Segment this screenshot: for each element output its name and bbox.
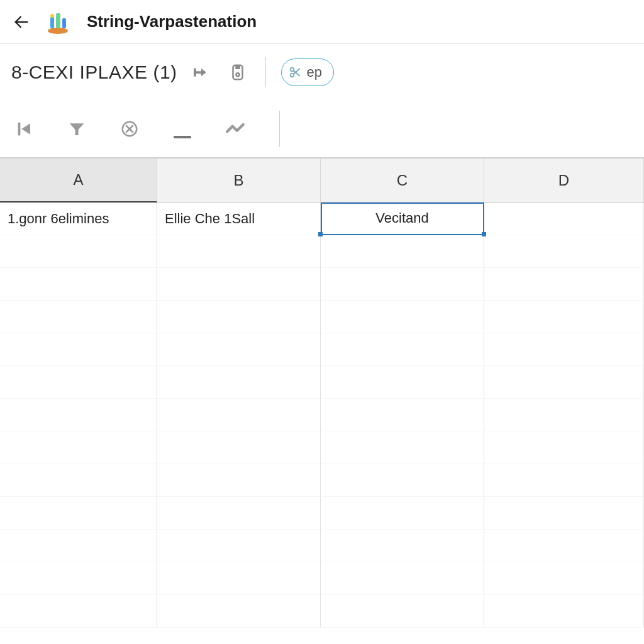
filter-button[interactable]: [64, 116, 89, 142]
cell-C8[interactable]: [321, 431, 484, 464]
cell-D13[interactable]: [484, 595, 644, 628]
cell-B10[interactable]: [157, 497, 321, 530]
cell-D2[interactable]: [484, 235, 644, 268]
cell-D1[interactable]: [484, 203, 644, 235]
cell-B6[interactable]: [157, 366, 321, 399]
save-button[interactable]: [225, 60, 250, 85]
column-header-A[interactable]: A: [0, 158, 157, 203]
svg-point-5: [50, 14, 54, 18]
cell-C6[interactable]: [321, 366, 484, 399]
cell-B7[interactable]: [157, 399, 321, 431]
first-page-button[interactable]: [11, 116, 36, 142]
cell-D12[interactable]: [484, 562, 644, 595]
underscore-icon: [174, 136, 191, 138]
cell-B4[interactable]: [157, 301, 321, 333]
cell-B9[interactable]: [157, 464, 321, 497]
cell-D8[interactable]: [484, 431, 644, 464]
cell-A9[interactable]: [0, 464, 157, 497]
cell-C4[interactable]: [321, 301, 484, 333]
cell-C2[interactable]: [321, 235, 484, 268]
funnel-icon: [67, 119, 86, 138]
cell-C13[interactable]: [321, 595, 484, 628]
cell-A12[interactable]: [0, 562, 157, 595]
svg-marker-15: [21, 123, 30, 135]
scissors-icon: [288, 65, 302, 79]
trend-icon: [225, 118, 246, 140]
filter-chip-label: ep: [307, 64, 322, 80]
column-header-B[interactable]: B: [157, 158, 321, 203]
cell-A5[interactable]: [0, 333, 157, 366]
svg-rect-3: [56, 13, 60, 28]
cell-A1[interactable]: 1.gonr 6elimines: [0, 203, 157, 235]
cell-B8[interactable]: [157, 431, 321, 464]
cell-A3[interactable]: [0, 268, 157, 301]
app-icon: [45, 9, 70, 35]
column-header-row: A B C D: [0, 158, 644, 203]
save-icon: [228, 63, 247, 82]
cell-C11[interactable]: [321, 530, 484, 562]
filter-chip[interactable]: ep: [281, 58, 334, 86]
cell-C7[interactable]: [321, 399, 484, 431]
spreadsheet-grid: A B C D 1.gonr 6eliminesEllie Che 1SallV…: [0, 157, 644, 644]
underline-button[interactable]: [170, 116, 195, 142]
cell-A8[interactable]: [0, 431, 157, 464]
cell-C9[interactable]: [321, 464, 484, 497]
clear-button[interactable]: [117, 116, 142, 142]
cell-C3[interactable]: [321, 268, 484, 301]
svg-point-1: [48, 28, 68, 34]
cell-B3[interactable]: [157, 268, 321, 301]
arrow-left-icon: [13, 13, 30, 31]
cell-D10[interactable]: [484, 497, 644, 530]
svg-rect-8: [235, 65, 240, 69]
cell-A2[interactable]: [0, 235, 157, 268]
cell-B1[interactable]: Ellie Che 1Sall: [157, 203, 321, 235]
document-name[interactable]: 8-CEXI IPLAXE (1): [11, 62, 177, 83]
svg-point-9: [236, 73, 239, 76]
cell-A11[interactable]: [0, 530, 157, 562]
column-header-D[interactable]: D: [484, 158, 644, 203]
document-row: 8-CEXI IPLAXE (1) ep: [0, 44, 644, 101]
cell-B2[interactable]: [157, 235, 321, 268]
trend-button[interactable]: [223, 116, 248, 142]
skip-back-icon: [14, 119, 33, 138]
cell-D9[interactable]: [484, 464, 644, 497]
cell-C5[interactable]: [321, 333, 484, 366]
svg-marker-16: [70, 123, 84, 135]
page-title: String-Varpastenation: [87, 12, 257, 31]
grid-body: 1.gonr 6eliminesEllie Che 1SallVecitand: [0, 203, 644, 644]
clear-circle-icon: [120, 119, 139, 138]
svg-rect-2: [50, 17, 54, 28]
cell-C12[interactable]: [321, 562, 484, 595]
separator: [279, 111, 280, 147]
svg-rect-4: [62, 18, 66, 28]
toolbar: [0, 101, 644, 157]
back-button[interactable]: [11, 12, 31, 32]
cell-A4[interactable]: [0, 301, 157, 333]
cell-D7[interactable]: [484, 399, 644, 431]
cell-D4[interactable]: [484, 301, 644, 333]
share-button[interactable]: [189, 60, 214, 85]
cell-A6[interactable]: [0, 366, 157, 399]
column-header-C[interactable]: C: [321, 158, 484, 203]
cell-B13[interactable]: [157, 595, 321, 628]
share-arrow-icon: [192, 63, 211, 82]
cell-A7[interactable]: [0, 399, 157, 431]
cell-C10[interactable]: [321, 497, 484, 530]
titlebar: String-Varpastenation: [0, 0, 644, 44]
cell-A13[interactable]: [0, 595, 157, 628]
cell-D3[interactable]: [484, 268, 644, 301]
separator: [265, 57, 266, 87]
cell-B11[interactable]: [157, 530, 321, 562]
cell-A10[interactable]: [0, 497, 157, 530]
cell-B5[interactable]: [157, 333, 321, 366]
cell-D6[interactable]: [484, 366, 644, 399]
cell-D11[interactable]: [484, 530, 644, 562]
cell-D5[interactable]: [484, 333, 644, 366]
cell-C1[interactable]: Vecitand: [321, 203, 484, 235]
cell-B12[interactable]: [157, 562, 321, 595]
